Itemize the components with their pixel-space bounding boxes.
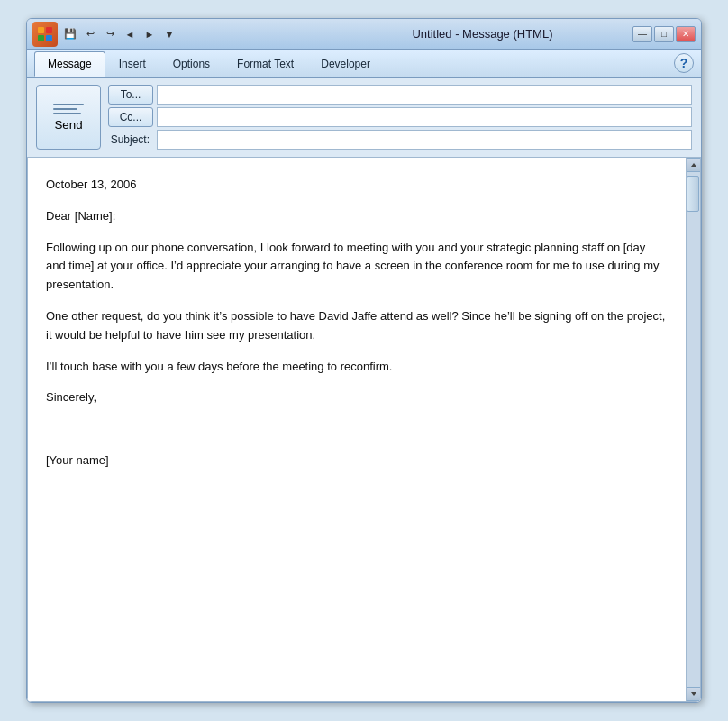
svg-rect-2 [38, 35, 44, 41]
email-blank-line [46, 420, 668, 439]
send-icon-line2 [53, 108, 77, 110]
fields-area: To... Cc... Subject: [108, 85, 692, 150]
undo-quick-btn[interactable]: ↩ [81, 25, 99, 43]
scroll-bottom-icon[interactable] [687, 687, 701, 701]
svg-marker-4 [691, 163, 696, 167]
scrollbar[interactable] [686, 158, 700, 701]
send-icon-line1 [53, 104, 84, 105]
email-form: Send To... Cc... Subject: [27, 78, 701, 158]
email-body-wrapper: October 13, 2006 Dear [Name]: Following … [27, 158, 701, 702]
svg-rect-1 [46, 27, 52, 33]
help-button[interactable]: ? [674, 53, 694, 73]
email-paragraph2: One other request, do you think it’s pos… [46, 307, 668, 345]
email-paragraph1: Following up on our phone conversation, … [46, 239, 668, 295]
main-window: 💾 ↩ ↪ ◄ ► ▼ Untitled - Message (HTML) — … [26, 18, 702, 703]
cc-row: Cc... [108, 107, 692, 127]
email-greeting: Dear [Name]: [46, 207, 668, 226]
send-button-label: Send [54, 118, 82, 132]
tab-insert[interactable]: Insert [105, 51, 159, 77]
office-logo [32, 22, 58, 47]
minimize-button[interactable]: — [632, 26, 652, 42]
to-input[interactable] [157, 85, 692, 105]
scroll-thumb-area[interactable] [687, 172, 700, 687]
redo-quick-btn[interactable]: ↪ [101, 25, 119, 43]
quick-access-bar: 💾 ↩ ↪ ◄ ► ▼ [61, 25, 178, 43]
svg-marker-5 [691, 692, 696, 696]
subject-input[interactable] [157, 130, 692, 150]
cc-button[interactable]: Cc... [108, 107, 153, 127]
save-quick-btn[interactable]: 💾 [61, 25, 79, 43]
svg-rect-0 [38, 27, 44, 33]
subject-row: Subject: [108, 130, 692, 150]
dropdown-quick-btn[interactable]: ▼ [160, 25, 178, 43]
send-icon-line3 [53, 113, 81, 114]
email-paragraph3: I’ll touch base with you a few days befo… [46, 358, 668, 377]
window-controls: — □ ✕ [632, 26, 696, 42]
tab-developer[interactable]: Developer [307, 51, 384, 77]
subject-label: Subject: [108, 133, 153, 146]
ribbon-tabs: Message Insert Options Format Text Devel… [27, 50, 701, 77]
forward-quick-btn[interactable]: ► [141, 25, 159, 43]
ribbon: Message Insert Options Format Text Devel… [27, 50, 701, 78]
tab-options[interactable]: Options [159, 51, 223, 77]
title-bar: 💾 ↩ ↪ ◄ ► ▼ Untitled - Message (HTML) — … [27, 19, 701, 50]
title-bar-left: 💾 ↩ ↪ ◄ ► ▼ [32, 22, 332, 47]
close-button[interactable]: ✕ [676, 26, 696, 42]
restore-button[interactable]: □ [654, 26, 674, 42]
scroll-thumb[interactable] [687, 176, 699, 212]
to-button[interactable]: To... [108, 85, 153, 105]
svg-rect-3 [46, 35, 52, 41]
send-button[interactable]: Send [36, 85, 101, 150]
email-closing: Sincerely, [46, 388, 668, 407]
email-signature: [Your name] [46, 452, 668, 470]
back-quick-btn[interactable]: ◄ [121, 25, 139, 43]
to-row: To... [108, 85, 692, 105]
email-form-inner: Send To... Cc... Subject: [36, 85, 692, 150]
window-title: Untitled - Message (HTML) [332, 27, 632, 41]
email-date: October 13, 2006 [46, 176, 668, 195]
send-icon [53, 104, 84, 114]
email-body[interactable]: October 13, 2006 Dear [Name]: Following … [28, 158, 686, 701]
tab-format-text[interactable]: Format Text [223, 51, 307, 77]
scroll-top-icon[interactable] [687, 158, 701, 172]
cc-input[interactable] [157, 107, 692, 127]
tab-message[interactable]: Message [34, 51, 105, 77]
